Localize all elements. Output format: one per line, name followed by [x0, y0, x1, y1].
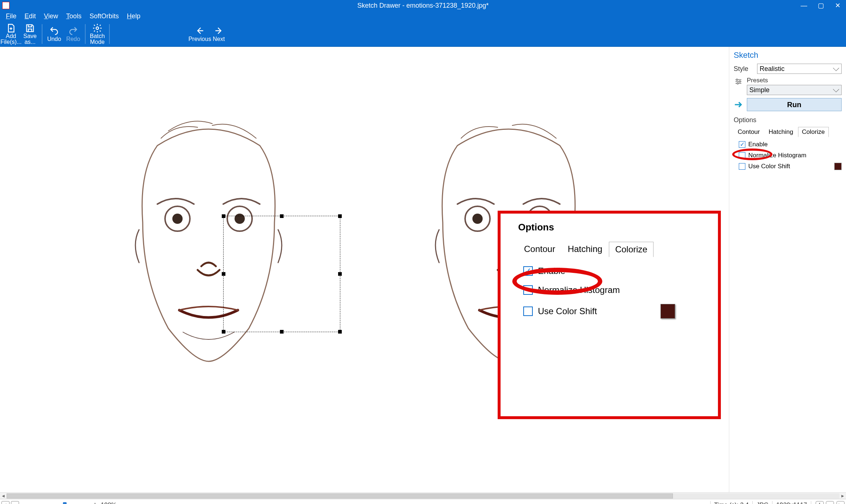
annotation-enable-row[interactable]: Enable [523, 266, 718, 276]
social-links: f y ▷ [815, 501, 845, 504]
gear-icon [92, 23, 102, 33]
minimize-button[interactable]: — [796, 0, 812, 11]
normalize-checkbox[interactable] [739, 152, 745, 159]
tab-contour[interactable]: Contour [734, 127, 764, 137]
run-arrow-icon [734, 100, 743, 109]
annotation-colorshift-checkbox[interactable] [523, 306, 533, 316]
scroll-track[interactable] [7, 493, 839, 499]
next-button[interactable]: Next [210, 23, 228, 45]
annotation-colorshift-row[interactable]: Use Color Shift [523, 304, 718, 319]
presets-select[interactable]: Simple [747, 85, 842, 95]
annotation-tab-contour[interactable]: Contour [518, 242, 561, 257]
add-files-button[interactable]: Add File(s)... [2, 23, 20, 45]
enable-checkbox[interactable] [739, 141, 745, 148]
window-controls: — ▢ ✕ [796, 0, 846, 11]
zoom-actual-icon[interactable]: ▭ [11, 501, 19, 504]
enable-row[interactable]: Enable [739, 141, 842, 148]
menu-tools[interactable]: Tools [63, 12, 85, 21]
share-icon[interactable]: ▷ [836, 501, 845, 504]
annotation-callout: Options Contour Hatching Colorize Enable… [498, 211, 721, 419]
ribbon-toolbar: Add File(s)... Save as... Undo Redo Batc… [0, 21, 846, 47]
selection-rectangle[interactable] [223, 216, 340, 332]
save-as-button[interactable]: Save as... [21, 23, 39, 45]
svg-point-6 [472, 214, 483, 224]
status-format: JPG [756, 501, 768, 504]
presets-label: Presets [747, 77, 842, 84]
facebook-icon[interactable]: f [816, 501, 824, 504]
color-swatch[interactable] [834, 163, 842, 170]
svg-point-11 [737, 83, 738, 84]
annotation-normalize-checkbox[interactable] [523, 285, 533, 295]
colorshift-checkbox[interactable] [739, 163, 745, 170]
zoom-in-button[interactable]: + [93, 501, 97, 504]
svg-point-9 [736, 79, 738, 80]
add-files-label: Add File(s)... [0, 33, 22, 45]
twitter-icon[interactable]: y [826, 501, 834, 504]
ribbon-separator [85, 24, 86, 44]
arrow-left-icon [195, 26, 205, 36]
sliders-icon[interactable] [734, 77, 743, 86]
style-select[interactable]: Realistic [757, 64, 842, 74]
previous-button[interactable]: Previous [191, 23, 209, 45]
presets-value: Simple [749, 86, 770, 94]
menu-file-label: ile [10, 12, 16, 20]
previous-label: Previous [188, 36, 211, 42]
menu-file[interactable]: File [2, 12, 20, 21]
scroll-left-icon[interactable]: ◄ [0, 493, 7, 499]
statusbar: ⤢ ▭ − + 108% Time (s): 3.4 JPG 1920x1117… [0, 499, 846, 504]
redo-label: Redo [66, 36, 80, 42]
annotation-enable-checkbox[interactable] [523, 266, 533, 276]
tab-colorize[interactable]: Colorize [798, 127, 829, 137]
annotation-normalize-row[interactable]: Normalize Histogram [523, 285, 718, 295]
content-area: Options Contour Hatching Colorize Enable… [0, 47, 846, 492]
menu-help[interactable]: Help [123, 12, 144, 21]
batch-mode-button[interactable]: Batch Mode [89, 23, 106, 45]
run-button[interactable]: Run [747, 98, 842, 111]
undo-icon [49, 26, 59, 36]
status-dimensions: 1920x1117 [776, 501, 807, 504]
enable-label: Enable [748, 141, 768, 148]
window-title: Sketch Drawer - emotions-371238_1920.jpg… [357, 2, 488, 10]
colorshift-row[interactable]: Use Color Shift [739, 163, 842, 170]
annotation-tab-hatching[interactable]: Hatching [562, 242, 608, 257]
zoom-out-button[interactable]: − [23, 501, 27, 504]
ribbon-separator [42, 24, 42, 44]
annotation-title: Options [518, 222, 718, 233]
options-tabs: Contour Hatching Colorize [734, 127, 842, 137]
redo-icon [68, 26, 78, 36]
annotation-enable-label: Enable [538, 266, 565, 276]
menu-edit[interactable]: Edit [21, 12, 40, 21]
horizontal-scrollbar[interactable]: ◄ ► [0, 492, 846, 499]
maximize-button[interactable]: ▢ [812, 0, 829, 11]
canvas[interactable]: Options Contour Hatching Colorize Enable… [0, 47, 729, 492]
annotation-color-swatch[interactable] [660, 304, 675, 319]
undo-button[interactable]: Undo [45, 23, 63, 45]
style-label: Style [734, 65, 753, 73]
status-time: Time (s): 3.4 [714, 501, 749, 504]
svg-point-2 [172, 214, 183, 224]
zoom-percent: 108% [101, 501, 116, 504]
colorshift-label: Use Color Shift [748, 163, 790, 170]
zoom-fit-icon[interactable]: ⤢ [1, 501, 10, 504]
options-label: Options [734, 116, 842, 124]
scroll-thumb[interactable] [7, 493, 673, 499]
tab-hatching[interactable]: Hatching [764, 127, 797, 137]
close-button[interactable]: ✕ [829, 0, 846, 11]
menubar: File Edit View Tools SoftOrbits Help [0, 11, 846, 21]
panel-heading: Sketch [734, 50, 842, 60]
style-value: Realistic [760, 65, 785, 73]
add-file-icon [6, 23, 16, 33]
menu-softorbits[interactable]: SoftOrbits [86, 12, 123, 21]
titlebar: Sketch Drawer - emotions-371238_1920.jpg… [0, 0, 846, 11]
batch-mode-label: Batch Mode [89, 33, 106, 45]
ribbon-separator [109, 24, 110, 44]
zoom-fit-buttons: ⤢ ▭ [1, 501, 19, 504]
redo-button[interactable]: Redo [64, 23, 82, 45]
scroll-right-icon[interactable]: ► [839, 493, 846, 499]
annotation-tabs: Contour Hatching Colorize [518, 242, 718, 257]
normalize-label: Normalize Histogram [748, 152, 806, 159]
normalize-row[interactable]: Normalize Histogram [739, 152, 842, 159]
chevron-down-icon [833, 86, 839, 92]
annotation-tab-colorize[interactable]: Colorize [609, 242, 654, 257]
menu-view[interactable]: View [40, 12, 62, 21]
